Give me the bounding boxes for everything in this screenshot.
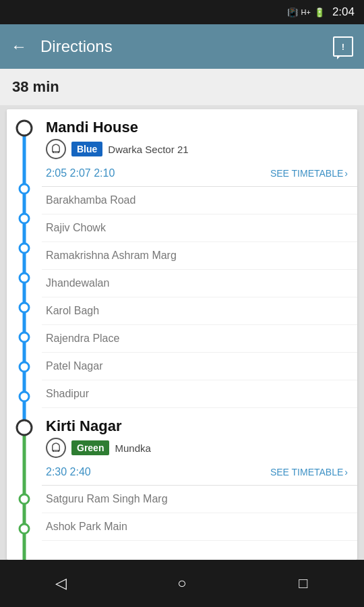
stop-satguru: Satguru Ram Singh Marg: [42, 486, 357, 513]
mandi-house-station: Mandi House: [42, 109, 357, 138]
green-times-row: 2:30 2:40 SEE TIMETABLE ›: [42, 463, 357, 486]
back-nav-button[interactable]: ◁: [47, 570, 74, 597]
metro-icon-1: [46, 139, 66, 159]
svg-point-7: [20, 303, 29, 312]
status-icons: 📳 H+ 🔋 2:04: [287, 5, 355, 19]
green-see-timetable-button[interactable]: SEE TIMETABLE ›: [270, 467, 348, 478]
svg-point-3: [20, 184, 29, 194]
route-line-svg: [7, 109, 42, 560]
kirti-nagar-name: Kirti Nagar: [46, 417, 121, 434]
green-times: 2:30 2:40: [46, 466, 270, 478]
stop-jhandewalan: Jhandewalan: [42, 270, 357, 297]
blue-line-badge: Blue: [71, 142, 102, 156]
blue-see-timetable-button[interactable]: SEE TIMETABLE ›: [270, 168, 348, 179]
kirti-nagar-station: Kirti Nagar: [42, 408, 357, 436]
recent-nav-button[interactable]: □: [290, 570, 317, 597]
duration-label: 38 min: [12, 78, 59, 95]
svg-point-11: [17, 420, 32, 435]
svg-point-10: [20, 392, 29, 401]
route-content: Mandi House Blue Dwarka Sector 21 2:05 2…: [42, 109, 357, 560]
chat-icon-label: !: [342, 42, 344, 52]
route-container: Mandi House Blue Dwarka Sector 21 2:05 2…: [7, 109, 357, 560]
svg-point-12: [20, 494, 29, 504]
summary-bar: 38 min: [0, 69, 364, 105]
page-title: Directions: [40, 37, 320, 56]
mandi-house-name: Mandi House: [46, 119, 138, 136]
stop-ramakrishna: Ramakrishna Ashram Marg: [42, 242, 357, 270]
status-bar: 📳 H+ 🔋 2:04: [0, 0, 364, 24]
vibrate-icon: 📳: [287, 7, 298, 18]
chat-icon[interactable]: !: [333, 36, 353, 57]
svg-point-5: [20, 243, 29, 253]
status-time: 2:04: [332, 5, 355, 19]
stop-rajendra: Rajendra Place: [42, 325, 357, 353]
blue-times: 2:05 2:07 2:10: [46, 167, 270, 179]
back-button[interactable]: ←: [11, 37, 27, 56]
kirti-nagar-metro-info: Green Mundka: [42, 436, 357, 463]
svg-point-6: [20, 273, 29, 283]
green-line-destination: Mundka: [115, 442, 150, 454]
signal-icon: H+: [301, 8, 311, 16]
blue-times-row: 2:05 2:07 2:10 SEE TIMETABLE ›: [42, 165, 357, 187]
green-line-badge: Green: [71, 440, 109, 455]
svg-point-13: [20, 524, 29, 533]
mandi-house-metro-info: Blue Dwarka Sector 21: [42, 138, 357, 165]
svg-point-9: [20, 362, 29, 372]
metro-icon-2: [46, 438, 66, 458]
home-nav-button[interactable]: ○: [169, 570, 195, 597]
stop-rajiv: Rajiv Chowk: [42, 214, 357, 242]
main-card: Mandi House Blue Dwarka Sector 21 2:05 2…: [7, 109, 357, 560]
bottom-nav: ◁ ○ □: [0, 560, 364, 607]
svg-point-2: [17, 121, 32, 136]
svg-point-4: [20, 214, 29, 223]
toolbar: ← Directions !: [0, 24, 364, 69]
stop-patel-nagar: Patel Nagar: [42, 353, 357, 380]
stop-barakhamba: Barakhamba Road: [42, 187, 357, 214]
stop-shadipur: Shadipur: [42, 380, 357, 408]
blue-line-destination: Dwarka Sector 21: [108, 144, 188, 155]
battery-icon: 🔋: [314, 7, 325, 18]
svg-point-8: [20, 333, 29, 342]
stop-ashok-park: Ashok Park Main: [42, 513, 357, 541]
stop-karol-bagh: Karol Bagh: [42, 297, 357, 325]
